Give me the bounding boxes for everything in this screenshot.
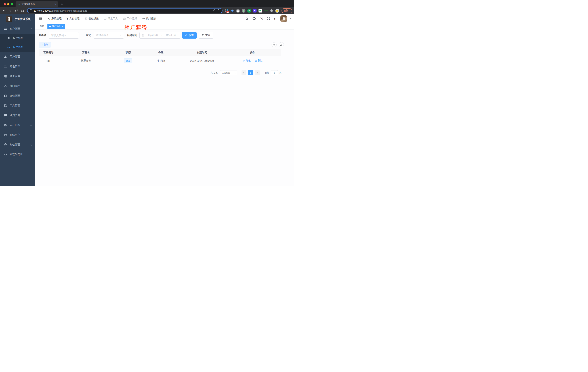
tab-payment-mgmt[interactable]: ¥ 支付管理: [64, 14, 82, 23]
sidebar-item-dict-mgmt[interactable]: 字典管理: [0, 101, 35, 110]
reload-button[interactable]: [14, 8, 19, 13]
chevron-down-icon: [31, 124, 32, 126]
bookmark-star-icon[interactable]: [217, 9, 220, 12]
tab-close-icon[interactable]: ✕: [54, 3, 56, 6]
col-status: 状态: [114, 49, 143, 56]
tab-system-mgmt[interactable]: 系统管理: [45, 14, 64, 23]
reset-button[interactable]: 重置: [199, 32, 213, 39]
sidebar-item-tenant-package[interactable]: 租户套餐: [0, 43, 35, 52]
search-toggle-icon[interactable]: [272, 42, 277, 47]
extension-record-icon[interactable]: [242, 9, 245, 13]
avatar-caret-icon[interactable]: [290, 18, 292, 19]
browser-menu-icon[interactable]: [290, 10, 290, 12]
sidebar-item-label: 租户管理: [10, 27, 31, 31]
extension-badge: 10: [226, 11, 229, 13]
tab-workflow[interactable]: 工作流程: [120, 14, 140, 23]
help-icon[interactable]: ?: [260, 17, 263, 20]
edit-link[interactable]: 修改: [242, 59, 251, 62]
search-icon[interactable]: [245, 17, 249, 21]
extension-puzzle-icon[interactable]: [270, 9, 273, 13]
new-tab-button[interactable]: +: [61, 2, 63, 6]
close-window-button[interactable]: [4, 3, 6, 5]
refresh-icon[interactable]: [279, 42, 284, 47]
share-icon[interactable]: [213, 9, 216, 12]
sidebar-item-audit-log[interactable]: 审计日志: [0, 120, 35, 130]
next-page-button[interactable]: [255, 70, 260, 75]
minimize-window-button[interactable]: [7, 3, 10, 5]
extension-emoji-icon[interactable]: [275, 9, 279, 13]
sidebar-item-notice[interactable]: 通知公告: [0, 110, 35, 120]
browser-tab[interactable]: 芋道管理系统 ✕: [16, 1, 58, 7]
forward-button[interactable]: [8, 8, 13, 13]
cell-create-time: 2022-02-22 00:54:00: [179, 56, 225, 66]
fullscreen-icon[interactable]: [267, 17, 270, 21]
extension-command-icon[interactable]: [236, 9, 240, 13]
github-icon[interactable]: [252, 17, 256, 21]
package-name-input[interactable]: [49, 34, 79, 37]
sidebar-item-error-code[interactable]: 错误码管理: [0, 149, 35, 159]
sidebar-logo[interactable]: 芋道管理系统: [0, 14, 35, 24]
sidebar-item-tenant-list[interactable]: 租户列表: [0, 34, 35, 43]
extension-chat-icon[interactable]: [258, 9, 262, 13]
prev-page-button[interactable]: [242, 70, 246, 75]
sidebar-item-sms-mgmt[interactable]: 短信管理: [0, 140, 35, 149]
status-select[interactable]: 请选择状态: [94, 32, 124, 39]
browser-toolbar: 127.0.0.1:48080/admin-ui/system/tenant/p…: [0, 7, 294, 14]
sidebar-item-online-users[interactable]: 在线用户: [0, 130, 35, 140]
back-button[interactable]: [1, 8, 7, 13]
avatar[interactable]: [280, 15, 287, 22]
tag-home[interactable]: 首页: [38, 24, 46, 29]
sidebar-item-post-mgmt[interactable]: 岗位管理: [0, 91, 35, 101]
extension-blocker-icon[interactable]: 10: [225, 9, 229, 13]
date-range-picker[interactable]: 开始日期 - 结束日期: [139, 32, 180, 39]
current-page-button[interactable]: 1: [248, 70, 253, 75]
sidebar-item-role-mgmt[interactable]: 角色管理: [0, 62, 35, 71]
users-icon: [7, 37, 10, 40]
sidebar-item-menu-mgmt[interactable]: 菜单管理: [0, 71, 35, 81]
sidebar-item-dept-mgmt[interactable]: 部门管理: [0, 81, 35, 91]
search-button[interactable]: 搜索: [182, 32, 197, 39]
audit-log-icon: [4, 124, 7, 127]
extension-shield-icon[interactable]: [253, 9, 257, 13]
sidebar-item-user-mgmt[interactable]: 用户管理: [0, 52, 35, 62]
delete-label: 删除: [258, 59, 263, 62]
sidebar-collapse-icon[interactable]: [37, 16, 43, 22]
delete-link[interactable]: 删除: [255, 59, 263, 62]
tab-dev-tools[interactable]: 研发工具: [101, 14, 120, 23]
goto-page-input[interactable]: [271, 70, 278, 75]
filter-label-create-time: 创建时间: [127, 34, 137, 37]
tag-close-icon[interactable]: ×: [62, 25, 63, 28]
page-size-select[interactable]: 10条/页: [220, 70, 237, 75]
pagination: 共 1 条 10条/页 1 前往 页: [39, 70, 291, 75]
home-button[interactable]: [20, 8, 25, 13]
table-header-row: 套餐编号 套餐名 状态 备注 创建时间 操作: [39, 49, 281, 56]
calendar-icon: [141, 34, 144, 37]
sidebar-item-label: 通知公告: [10, 114, 32, 117]
tab-infrastructure[interactable]: 基础设施: [82, 14, 101, 23]
extension-v-icon[interactable]: V: [247, 9, 251, 13]
extension-gem-icon[interactable]: [230, 9, 234, 13]
sidebar-item-tenant-group[interactable]: 租户管理: [0, 24, 35, 34]
sidebar-item-label: 审计日志: [10, 124, 31, 127]
start-date-placeholder[interactable]: 开始日期: [146, 34, 160, 37]
tab-statistics[interactable]: 统计报表: [140, 14, 159, 23]
top-navbar: 系统管理 ¥ 支付管理 基础设施 研发工具: [35, 14, 294, 23]
url-bar[interactable]: 127.0.0.1:48080/admin-ui/system/tenant/p…: [27, 8, 222, 13]
table-row: 111 普通套餐 开启 小功能 2022-02-22 00:54:00 修改: [39, 56, 281, 66]
sidebar-item-label: 角色管理: [10, 65, 32, 68]
tab-label: 工作流程: [127, 17, 137, 20]
end-date-placeholder[interactable]: 结束日期: [164, 34, 178, 37]
extension-star-icon[interactable]: [264, 9, 268, 13]
tag-tenant-package[interactable]: 租户套餐 ×: [47, 24, 65, 29]
filter-label-status: 状态: [86, 34, 91, 37]
page-info-icon[interactable]: [30, 9, 32, 12]
font-size-icon[interactable]: тT: [274, 17, 277, 20]
browser-window: 芋道管理系统 ✕ + 127.0.0.1:48080/admin-ui/syst…: [0, 0, 294, 186]
add-button[interactable]: + 新增: [39, 42, 51, 47]
zoom-window-button[interactable]: [11, 3, 13, 5]
app-title: 芋道管理系统: [14, 17, 31, 21]
shield-check-icon: [4, 143, 7, 146]
browser-tabstrip: 芋道管理系统 ✕ +: [0, 0, 294, 7]
browser-update-button[interactable]: 更新: [282, 8, 292, 13]
toolbar-right-actions: [272, 42, 291, 47]
